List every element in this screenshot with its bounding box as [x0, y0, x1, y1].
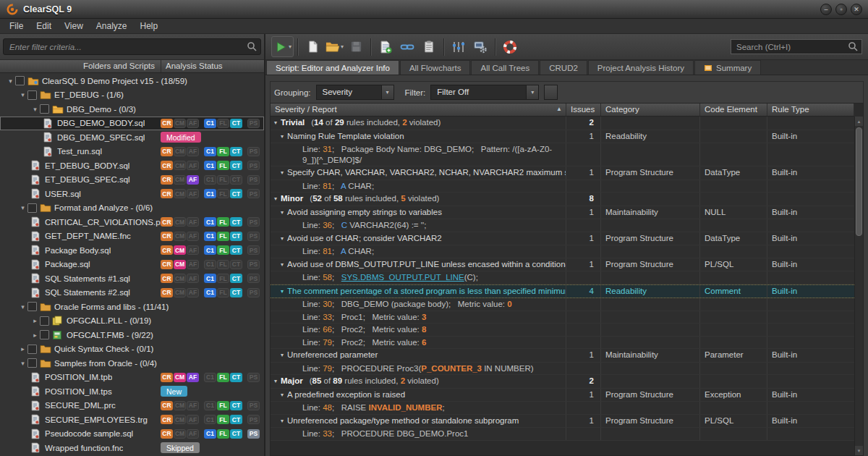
- checkbox[interactable]: [27, 302, 37, 311]
- column-header-analysis-status[interactable]: Analysis Status: [161, 60, 264, 72]
- collapse-arrow-icon[interactable]: ▾: [281, 416, 284, 427]
- expand-arrow-icon[interactable]: ▸: [18, 345, 27, 352]
- tab-summary[interactable]: Summary: [694, 60, 761, 75]
- severity-group-row[interactable]: ▾Major(85 of 89 rules included, 2 violat…: [271, 375, 854, 389]
- tree-item[interactable]: Package Body.sqlCRCMAFC1FLCTPS: [0, 243, 264, 258]
- menu-file[interactable]: File: [3, 20, 30, 33]
- collapse-arrow-icon[interactable]: ▾: [18, 360, 27, 367]
- tree-item[interactable]: ▾ET_DEBUG - (1/6): [0, 88, 264, 103]
- maximize-button[interactable]: ▫: [835, 4, 847, 15]
- help-button[interactable]: [499, 36, 521, 57]
- tab-project-analysis-history[interactable]: Project Analysis History: [588, 60, 694, 75]
- tree-item[interactable]: ▸OFGCALT.FMB - (9/22): [0, 328, 264, 342]
- menu-view[interactable]: View: [58, 20, 90, 33]
- filter-customize-button[interactable]: [544, 85, 558, 100]
- violation-detail-row[interactable]: Line: 33; Proc1; Metric value: 3: [271, 311, 854, 324]
- tree-item[interactable]: DBG_DEMO_BODY.sqlCRCMAFC1FLCTPS: [0, 117, 264, 131]
- clipboard-button[interactable]: [418, 36, 440, 57]
- menu-edit[interactable]: Edit: [30, 20, 58, 33]
- violation-detail-row[interactable]: Line: 48; RAISE INVALID_NUMBER;: [271, 402, 854, 415]
- tree-item[interactable]: SQL Statements #2.sqlCRCMAFC1FLCTPS: [0, 286, 264, 300]
- chevron-down-icon[interactable]: ▾: [289, 43, 292, 50]
- violation-detail-row[interactable]: Line: 81; A CHAR;: [271, 245, 854, 258]
- rule-row[interactable]: ▾Avoid use of CHAR; consider VARCHAR21Pr…: [271, 232, 854, 246]
- tree-item[interactable]: ▾Oracle Forms and libs - (11/41): [0, 300, 264, 314]
- tree-item[interactable]: ▾Samples from Oracle - (0/4): [0, 356, 264, 371]
- close-button[interactable]: ✕: [851, 4, 862, 15]
- code-review-options-button[interactable]: [469, 36, 491, 57]
- checkbox[interactable]: [27, 358, 37, 368]
- violation-detail-row[interactable]: Line: 33; PROCEDURE DBG_DEMO.Proc1: [271, 428, 854, 441]
- grouping-select[interactable]: Severity ▾: [316, 85, 394, 100]
- tree-item[interactable]: SECURE_DML.prcCRCMAFC1FLCTPS: [0, 399, 264, 413]
- violation-detail-row[interactable]: Line: 79; PROCEDURE Proc3(P_COUNTER_3 IN…: [271, 363, 854, 376]
- tree-item[interactable]: ▾ClearSQL 9 Demo Project v15 - (18/59): [0, 74, 264, 88]
- collapse-arrow-icon[interactable]: ▾: [274, 194, 277, 205]
- violation-detail-row[interactable]: Line: 79; Proc2; Metric value: 6: [271, 337, 854, 350]
- tree-item[interactable]: ▾DBG_Demo - (0/3): [0, 102, 264, 117]
- search-input[interactable]: [731, 39, 862, 54]
- tree-item[interactable]: POSITION_IM.tpbCRCMAFC1FLCTPS: [0, 371, 264, 385]
- tree-item[interactable]: Wrapped function.fncSkipped: [0, 441, 264, 455]
- tree-item[interactable]: GET_DEPT_NAME.fncCRCMAFC1FLCTPS: [0, 229, 264, 244]
- collapse-arrow-icon[interactable]: ▾: [30, 106, 40, 113]
- tree-item[interactable]: ▸Quick Syntax Check - (0/1): [0, 342, 264, 357]
- analyzer-options-button[interactable]: [448, 36, 469, 57]
- expand-arrow-icon[interactable]: ▸: [30, 332, 40, 339]
- tree-item[interactable]: ▾Format and Analyze - (0/6): [0, 201, 264, 216]
- checkbox[interactable]: [40, 330, 49, 339]
- new-file-button[interactable]: [302, 36, 323, 57]
- violation-detail-row[interactable]: Line: 81; A CHAR;: [271, 180, 854, 193]
- tab-crud2[interactable]: CRUD2: [540, 60, 587, 75]
- filter-select[interactable]: Filter Off ▾: [430, 85, 539, 100]
- violation-detail-row[interactable]: Line: 66; Proc2; Metric value: 8: [271, 324, 854, 337]
- tab-all-call-trees[interactable]: All Call Trees: [471, 60, 539, 75]
- collapse-arrow-icon[interactable]: ▾: [281, 390, 284, 401]
- menu-analyze[interactable]: Analyze: [90, 20, 134, 33]
- collapse-arrow-icon[interactable]: ▾: [281, 234, 284, 245]
- chevron-down-icon[interactable]: ▾: [381, 85, 393, 99]
- rule-row[interactable]: ▾Avoid assigning empty strings to variab…: [271, 206, 854, 220]
- collapse-arrow-icon[interactable]: ▾: [6, 77, 15, 85]
- grid-column-header[interactable]: Category: [601, 104, 700, 116]
- checkbox[interactable]: [27, 90, 37, 100]
- checkbox[interactable]: [27, 203, 37, 213]
- violation-detail-row[interactable]: Line: 30; DBG_DEMO (package body); Metri…: [271, 298, 854, 311]
- severity-group-row[interactable]: ▾Trivial(14 of 29 rules included, 2 viol…: [271, 117, 854, 130]
- rule-row[interactable]: ▾A predefined exception is raised1Progra…: [271, 389, 854, 402]
- tree-item[interactable]: DBG_DEMO_SPEC.sqlModified: [0, 130, 264, 145]
- collapse-arrow-icon[interactable]: ▾: [18, 91, 27, 98]
- checkbox[interactable]: [27, 345, 37, 354]
- collapse-arrow-icon[interactable]: ▾: [18, 204, 27, 211]
- chevron-down-icon[interactable]: ▾: [341, 43, 344, 50]
- tab-script-editor-and-analyzer-info[interactable]: Script: Editor and Analyzer Info: [266, 60, 399, 75]
- filter-input[interactable]: [3, 38, 261, 55]
- checkbox[interactable]: [40, 316, 49, 326]
- tree-item[interactable]: POSITION_IM.tpsNew: [0, 384, 264, 399]
- vertical-scrollbar[interactable]: ▲ ▼: [854, 117, 863, 455]
- violation-detail-row[interactable]: Line: 58; SYS.DBMS_OUTPUT.PUT_LINE(C);: [271, 271, 854, 284]
- tree-item[interactable]: Test_run.sqlCRCMAFC1FLCTPS: [0, 145, 264, 159]
- minimize-button[interactable]: –: [820, 4, 832, 15]
- collapse-arrow-icon[interactable]: ▾: [281, 132, 284, 143]
- expand-arrow-icon[interactable]: ▸: [30, 317, 40, 324]
- collapse-arrow-icon[interactable]: ▾: [18, 303, 27, 311]
- tree-item[interactable]: USER.sqlCRCMAFC1FLCTPS: [0, 187, 264, 201]
- tree-item[interactable]: Pseudocode sample.sqlCRCMAFC1FLCTPS: [0, 427, 264, 442]
- chevron-down-icon[interactable]: ▾: [526, 85, 538, 99]
- violation-detail-row[interactable]: Line: 31; Package Body Name: DBG_DEMO; P…: [271, 143, 854, 166]
- rule-row[interactable]: ▾Avoid use of DBMS_OUTPUT.PUT_LINE unles…: [271, 258, 854, 272]
- tree-item[interactable]: ET_DEBUG_SPEC.sqlCRCMAFC1FLCTPS: [0, 173, 264, 187]
- grid-column-header[interactable]: Code Element: [700, 104, 767, 116]
- scroll-up-icon[interactable]: ▲: [855, 117, 863, 126]
- grid-column-header[interactable]: Issues: [566, 104, 601, 116]
- rule-row[interactable]: ▾Unreferenced parameter1MaintainabilityP…: [271, 349, 854, 363]
- tree-item[interactable]: Package.sqlCRCMAFC1FLCTPS: [0, 258, 264, 272]
- collapse-arrow-icon[interactable]: ▾: [281, 208, 284, 219]
- add-report-button[interactable]: [375, 36, 396, 57]
- severity-group-row[interactable]: ▾Minor(52 of 58 rules included, 5 violat…: [271, 193, 854, 206]
- collapse-arrow-icon[interactable]: ▾: [281, 168, 284, 179]
- grid-column-header[interactable]: Rule Type: [767, 104, 854, 116]
- collapse-arrow-icon[interactable]: ▾: [281, 287, 284, 297]
- tree-item[interactable]: ▸OFGCALL.PLL - (0/19): [0, 314, 264, 329]
